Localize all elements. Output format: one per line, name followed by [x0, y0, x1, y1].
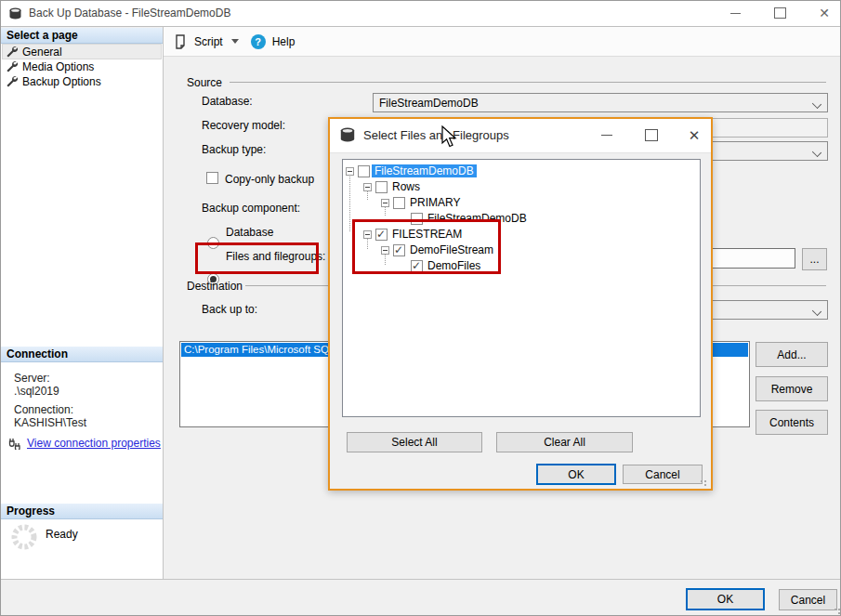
maximize-button[interactable] — [761, 1, 798, 25]
recovery-model-label: Recovery model: — [202, 119, 285, 132]
copy-only-backup-checkbox[interactable] — [206, 172, 218, 184]
cancel-button[interactable]: Cancel — [779, 589, 837, 610]
select-files-filegroups-dialog: Select Files and Filegroups ✕ FileStream… — [328, 117, 713, 491]
wrench-icon — [6, 60, 18, 72]
tree-checkbox[interactable] — [375, 181, 388, 193]
close-icon: ✕ — [819, 6, 830, 20]
dialog-toolbar: Script ? Help — [164, 27, 841, 57]
sidebar-divider — [163, 27, 164, 579]
backup-component-label: Backup component: — [202, 202, 300, 215]
tree-collapse-icon[interactable] — [363, 183, 372, 191]
source-section-label: Source — [187, 76, 222, 89]
add-button[interactable]: Add... — [756, 342, 828, 367]
backup-database-window: Back Up Database - FileStreamDemoDB ✕ Se… — [0, 0, 841, 616]
copy-only-backup-label: Copy-only backup — [225, 173, 314, 186]
annotation-box-filegroups-radio — [195, 242, 319, 274]
script-button[interactable]: Script — [194, 35, 223, 48]
tree-row-rows[interactable]: Rows — [363, 179, 423, 194]
ok-button[interactable]: OK — [686, 588, 765, 610]
connection-label: Connection: — [14, 403, 73, 416]
select-all-button[interactable]: Select All — [347, 432, 482, 452]
maximize-icon — [774, 7, 786, 19]
help-icon: ? — [251, 34, 266, 49]
resize-grip-icon[interactable] — [700, 479, 708, 488]
minimize-icon — [601, 135, 612, 136]
sidebar-item-label: Backup Options — [22, 75, 101, 88]
backup-type-label: Backup type: — [202, 143, 266, 156]
select-a-page-panel — [1, 44, 163, 347]
destination-section-label: Destination — [187, 280, 243, 293]
script-icon — [173, 34, 188, 49]
database-label: Database: — [202, 95, 253, 108]
close-icon: ✕ — [689, 127, 701, 144]
tree-connector — [349, 173, 350, 231]
dropdown-chevron-icon — [812, 307, 821, 316]
filegroups-tree[interactable]: FileStreamDemoDB Rows PRIMARY FileStream… — [342, 159, 701, 417]
database-icon — [339, 127, 356, 143]
source-divider — [230, 82, 826, 83]
tree-checkbox[interactable] — [393, 197, 405, 209]
modal-title: Select Files and Filegroups — [363, 119, 509, 152]
maximize-icon — [645, 129, 658, 141]
sidebar-item-label: General — [22, 46, 62, 59]
server-label: Server: — [14, 372, 50, 385]
database-radio-label: Database — [226, 226, 273, 239]
connection-header: Connection — [1, 347, 163, 362]
spinner-icon — [10, 523, 38, 551]
database-dropdown[interactable]: FileStreamDemoDB — [373, 93, 828, 112]
sidebar-item-media-options[interactable]: Media Options — [3, 59, 161, 73]
back-up-to-label: Back up to: — [202, 303, 257, 316]
annotation-box-filestream-tree — [352, 219, 501, 274]
progress-header: Progress — [1, 504, 163, 519]
modal-maximize-button[interactable] — [633, 119, 670, 151]
modal-close-button[interactable]: ✕ — [676, 119, 713, 151]
plug-icon — [8, 438, 21, 450]
tree-row-filestreamdemodb-root[interactable]: FileStreamDemoDB — [346, 164, 477, 178]
minimize-button[interactable] — [716, 1, 754, 25]
modal-minimize-button[interactable] — [588, 119, 625, 151]
tree-collapse-icon[interactable] — [346, 167, 354, 176]
window-titlebar: Back Up Database - FileStreamDemoDB ✕ — [1, 1, 841, 27]
clear-all-button[interactable]: Clear All — [496, 432, 633, 452]
wrench-icon — [6, 75, 18, 87]
dropdown-chevron-icon — [812, 148, 821, 157]
tree-label[interactable]: Rows — [389, 180, 423, 193]
database-icon — [8, 7, 22, 20]
contents-button[interactable]: Contents — [756, 410, 828, 435]
server-value: .\sql2019 — [14, 385, 59, 398]
wrench-icon — [6, 46, 18, 58]
tree-label[interactable]: FileStreamDemoDB — [372, 164, 477, 177]
sidebar-item-backup-options[interactable]: Backup Options — [3, 74, 161, 88]
resize-grip-icon[interactable] — [834, 608, 841, 616]
progress-status: Ready — [46, 528, 78, 541]
tree-checkbox[interactable] — [358, 165, 370, 177]
view-connection-properties-link[interactable]: View connection properties — [27, 437, 161, 450]
sidebar-item-label: Media Options — [22, 60, 94, 73]
sidebar-item-general[interactable]: General — [3, 45, 161, 59]
cursor-icon — [441, 125, 458, 150]
modal-titlebar: Select Files and Filegroups ✕ — [330, 119, 711, 153]
help-button[interactable]: Help — [272, 35, 296, 48]
tree-label[interactable]: PRIMARY — [407, 196, 463, 209]
tree-row-primary[interactable]: PRIMARY — [381, 195, 463, 210]
script-dropdown-caret[interactable] — [231, 39, 239, 44]
database-dropdown-value: FileStreamDemoDB — [379, 97, 479, 110]
close-button[interactable]: ✕ — [806, 1, 841, 25]
view-connection-properties[interactable]: View connection properties — [8, 437, 161, 450]
minimize-icon — [730, 13, 741, 14]
browse-button[interactable]: ... — [802, 248, 827, 270]
connection-value: KASHISH\Test — [14, 416, 86, 429]
tree-collapse-icon[interactable] — [381, 199, 389, 207]
remove-button[interactable]: Remove — [756, 376, 828, 401]
window-title: Back Up Database - FileStreamDemoDB — [29, 1, 230, 26]
modal-ok-button[interactable]: OK — [536, 464, 616, 485]
modal-cancel-button[interactable]: Cancel — [623, 465, 703, 484]
dropdown-chevron-icon — [812, 99, 821, 109]
footer-divider — [1, 579, 841, 580]
select-a-page-header: Select a page — [1, 28, 163, 44]
